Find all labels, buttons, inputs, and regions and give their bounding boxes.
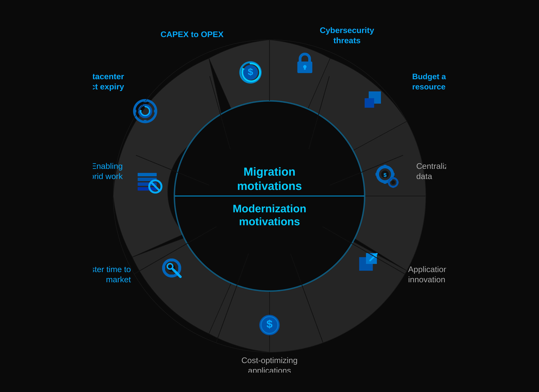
- svg-rect-8: [365, 98, 374, 108]
- migration-title-line2: motivations: [237, 179, 302, 192]
- label-capex: CAPEX to OPEX: [160, 30, 223, 39]
- svg-rect-47: [134, 110, 136, 112]
- label-faster-line1: Faster time to: [93, 265, 131, 274]
- label-hybrid-line2: hybrid work: [93, 172, 123, 181]
- faster-icon: [162, 258, 181, 277]
- svg-rect-48: [154, 110, 157, 112]
- label-cost-line1: Cost-optimizing: [241, 356, 298, 365]
- svg-text:$: $: [384, 172, 386, 178]
- svg-rect-46: [144, 120, 146, 123]
- svg-text:$: $: [248, 67, 253, 77]
- svg-rect-31: [170, 258, 173, 262]
- label-cyber-line1: Cybersecurity: [320, 26, 374, 35]
- label-centralizing-line1: Centralizing: [416, 162, 446, 171]
- svg-text:$: $: [266, 318, 273, 330]
- label-budget-line1: Budget and: [412, 72, 446, 81]
- cost-icon: $: [259, 315, 280, 335]
- svg-rect-13: [384, 181, 386, 184]
- label-application-line1: Application: [408, 265, 446, 274]
- svg-rect-12: [384, 165, 386, 168]
- modernization-title-line2: motivations: [239, 215, 300, 228]
- label-datacenter-line1: Datacenter: [93, 72, 124, 81]
- modernization-title-line1: Modernization: [233, 202, 306, 215]
- svg-rect-6: [304, 67, 306, 70]
- capex-icon: $: [240, 62, 261, 83]
- label-cyber-line2: threats: [333, 36, 361, 45]
- label-datacenter-line2: contract expiry: [93, 82, 124, 91]
- svg-rect-37: [138, 173, 157, 176]
- svg-rect-34: [178, 267, 181, 269]
- label-application-line2: innovation: [408, 275, 445, 284]
- svg-rect-40: [138, 187, 157, 191]
- label-cost-line2: applications: [248, 366, 291, 373]
- svg-rect-33: [162, 267, 165, 269]
- label-budget-line2: resource constraints: [412, 82, 446, 91]
- svg-point-17: [391, 181, 395, 184]
- svg-rect-21: [396, 182, 399, 183]
- svg-rect-14: [375, 173, 379, 176]
- svg-rect-18: [392, 177, 394, 179]
- label-centralizing-line2: data: [416, 172, 432, 181]
- migration-title-line1: Migration: [244, 165, 295, 178]
- svg-rect-20: [388, 182, 390, 183]
- svg-rect-15: [392, 173, 395, 176]
- svg-rect-32: [170, 274, 173, 277]
- label-faster-line2: market: [106, 275, 131, 284]
- svg-rect-19: [392, 186, 394, 188]
- label-hybrid-line1: Enabling: [93, 162, 123, 171]
- diagram-container: Migration motivations Modernization moti…: [93, 19, 446, 373]
